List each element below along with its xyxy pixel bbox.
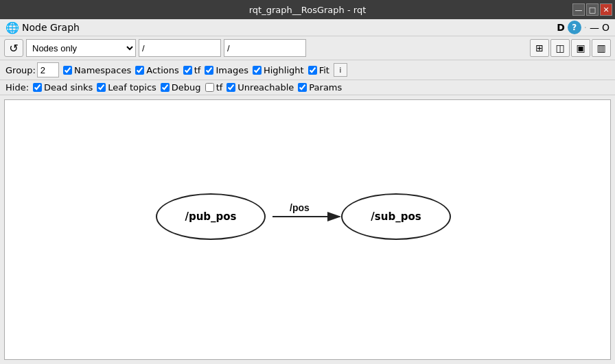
graph-icon: ⊞ xyxy=(535,43,544,53)
actions-option[interactable]: Actions xyxy=(135,65,179,75)
icon-btn-3[interactable]: ▣ xyxy=(571,39,590,57)
highlight-option[interactable]: Highlight xyxy=(253,65,304,75)
dead-sinks-option[interactable]: Dead sinks xyxy=(33,82,93,93)
leaf-topics-checkbox[interactable] xyxy=(97,83,106,92)
unreachable-option[interactable]: Unreachable xyxy=(227,82,294,93)
title-bar: rqt_graph__RosGraph - rqt — □ ✕ xyxy=(0,0,615,19)
group-input[interactable] xyxy=(37,62,59,77)
hide-label: Hide: xyxy=(5,82,29,93)
toolbar-row: ↺ Nodes only Nodes/Topics (active) Nodes… xyxy=(0,36,615,60)
window-title: rqt_graph__RosGraph - rqt xyxy=(249,5,367,15)
sub-pos-node[interactable]: /sub_pos xyxy=(341,193,451,240)
refresh-button[interactable]: ↺ xyxy=(4,39,23,57)
close-button[interactable]: ✕ xyxy=(600,3,612,16)
namespaces-checkbox[interactable] xyxy=(63,66,72,75)
sub-pos-label: /sub_pos xyxy=(371,210,421,223)
refresh-icon: ↺ xyxy=(9,42,18,55)
tf-hide-option[interactable]: tf xyxy=(205,82,223,93)
dead-sinks-checkbox[interactable] xyxy=(33,83,42,92)
app-title: Node Graph xyxy=(22,22,80,33)
debug-option[interactable]: Debug xyxy=(161,82,201,93)
fit-option[interactable]: Fit xyxy=(308,65,329,75)
view-mode-dropdown[interactable]: Nodes only Nodes/Topics (active) Nodes/T… xyxy=(26,39,136,57)
actions-checkbox[interactable] xyxy=(135,66,144,75)
svg-text:/pos: /pos xyxy=(290,202,310,213)
close-icon[interactable]: O xyxy=(602,22,610,33)
window-body: 🌐 Node Graph D ? · — O ↺ Nodes only Node… xyxy=(0,19,615,364)
layout-icon: ▣ xyxy=(576,43,585,53)
maximize-button[interactable]: □ xyxy=(586,3,599,16)
images-checkbox[interactable] xyxy=(205,66,213,75)
fit-info-button[interactable]: i xyxy=(334,63,347,77)
debug-checkbox[interactable] xyxy=(161,83,170,92)
unreachable-checkbox[interactable] xyxy=(227,83,235,92)
params-checkbox[interactable] xyxy=(298,83,307,92)
tf-hide-checkbox[interactable] xyxy=(205,83,214,92)
fit-checkbox[interactable] xyxy=(308,66,317,75)
options-row: Group: Namespaces Actions tf Images High… xyxy=(0,60,615,80)
d-icon: D xyxy=(557,22,565,33)
filter2-input[interactable] xyxy=(224,39,306,57)
images-option[interactable]: Images xyxy=(205,65,248,75)
icon-btn-1[interactable]: ⊞ xyxy=(530,39,549,57)
node-graph-header: 🌐 Node Graph D ? · — O xyxy=(0,19,615,36)
leaf-topics-option[interactable]: Leaf topics xyxy=(97,82,156,93)
pub-pos-node[interactable]: /pub_pos xyxy=(156,193,266,240)
minimize-icon[interactable]: — xyxy=(590,22,599,33)
tf-checkbox[interactable] xyxy=(183,66,192,75)
fit-icon: ◫ xyxy=(555,43,564,53)
view-icon: ▥ xyxy=(596,43,605,53)
separator: · xyxy=(584,23,587,33)
hide-row: Hide: Dead sinks Leaf topics Debug tf Un… xyxy=(0,80,615,95)
tf-option[interactable]: tf xyxy=(183,65,201,75)
icon-btn-2[interactable]: ◫ xyxy=(550,39,570,57)
pub-pos-label: /pub_pos xyxy=(185,210,236,223)
help-button[interactable]: ? xyxy=(568,21,581,34)
graph-svg: /pos xyxy=(5,100,610,359)
minimize-button[interactable]: — xyxy=(572,3,585,16)
highlight-checkbox[interactable] xyxy=(253,66,262,75)
group-label: Group: xyxy=(5,65,36,75)
graph-area[interactable]: /pos /pub_pos /sub_pos xyxy=(4,99,611,360)
namespaces-option[interactable]: Namespaces xyxy=(63,65,131,75)
group-control: Group: xyxy=(5,62,59,77)
params-option[interactable]: Params xyxy=(298,82,342,93)
filter1-input[interactable] xyxy=(139,39,221,57)
icon-btn-4[interactable]: ▥ xyxy=(592,39,611,57)
app-icon: 🌐 xyxy=(5,21,19,34)
